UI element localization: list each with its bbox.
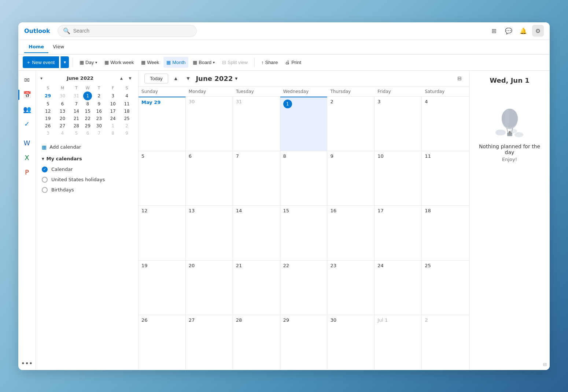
excel-icon[interactable]: X	[21, 151, 34, 164]
powerpoint-icon[interactable]: P	[21, 166, 34, 179]
month-day[interactable]: 21	[233, 261, 280, 315]
month-day[interactable]: May 29	[139, 97, 186, 151]
mini-cal-day[interactable]: 29	[40, 92, 55, 100]
mini-cal-day[interactable]: 2	[92, 92, 106, 100]
more-icon[interactable]: •••	[21, 357, 34, 370]
month-day[interactable]: 31	[233, 97, 280, 151]
month-day[interactable]: 22	[280, 261, 328, 315]
mini-cal-day[interactable]: 19	[40, 115, 55, 122]
mini-cal-day[interactable]: 27	[55, 122, 69, 130]
settings-icon[interactable]: ⚙	[532, 25, 544, 37]
search-input[interactable]	[73, 28, 191, 34]
today-button[interactable]: Today	[144, 74, 168, 83]
mini-cal-day[interactable]: 14	[69, 108, 83, 115]
mini-cal-day[interactable]: 9	[120, 130, 134, 137]
calendar-item-holidays[interactable]: United States holidays	[40, 175, 134, 185]
month-day[interactable]: 2	[422, 315, 469, 370]
board-button[interactable]: ▦ Board ▾	[190, 57, 218, 68]
mini-cal-day[interactable]: 6	[83, 130, 92, 137]
mini-cal-day[interactable]: 22	[83, 115, 92, 122]
share-button[interactable]: ↑ Share	[258, 57, 281, 68]
mini-cal-day[interactable]: 16	[92, 108, 106, 115]
todo-icon[interactable]: ✓	[21, 117, 34, 131]
month-day[interactable]: 3	[375, 97, 422, 151]
month-day[interactable]: 16	[327, 206, 375, 260]
mini-cal-day[interactable]: 7	[69, 100, 83, 108]
mini-cal-prev[interactable]: ▲	[118, 75, 125, 82]
new-event-button[interactable]: + New event	[23, 56, 59, 68]
mini-cal-day[interactable]: 20	[55, 115, 69, 122]
mini-cal-day[interactable]: 25	[120, 115, 134, 122]
month-day[interactable]: Jul 1	[375, 315, 422, 370]
collapse-panel-icon[interactable]: ⊟	[456, 74, 463, 83]
mini-cal-day[interactable]: 10	[106, 100, 120, 108]
mini-cal-day[interactable]: 8	[83, 100, 92, 108]
add-calendar-button[interactable]: ▦ Add calendar	[40, 141, 134, 153]
month-day[interactable]: 10	[375, 151, 422, 205]
mini-cal-day[interactable]: 1	[106, 122, 120, 130]
month-day[interactable]: 18	[422, 206, 469, 260]
month-day[interactable]: 29	[280, 315, 328, 370]
month-day[interactable]: 8	[280, 151, 328, 205]
calendar-item-calendar[interactable]: Calendar	[40, 164, 134, 175]
word-icon[interactable]: W	[21, 137, 34, 150]
mini-cal-day[interactable]: 9	[92, 100, 106, 108]
month-day[interactable]: 9	[327, 151, 375, 205]
mini-cal-collapse[interactable]: ▾	[40, 76, 43, 81]
mini-cal-day[interactable]: 5	[69, 130, 83, 137]
print-button[interactable]: 🖨 Print	[282, 57, 304, 68]
mini-cal-day[interactable]: 23	[92, 115, 106, 122]
mini-cal-day[interactable]: 30	[55, 92, 69, 100]
month-day[interactable]: 11	[422, 151, 469, 205]
month-day[interactable]: 17	[375, 206, 422, 260]
month-day[interactable]: 13	[186, 206, 233, 260]
mini-cal-day[interactable]: 13	[55, 108, 69, 115]
mini-cal-day[interactable]: 26	[40, 122, 55, 130]
day-button[interactable]: ▦ Day ▾	[77, 57, 100, 68]
mini-cal-day[interactable]: 12	[40, 108, 55, 115]
mini-cal-day[interactable]: 8	[106, 130, 120, 137]
month-day[interactable]: 19	[139, 261, 186, 315]
month-day[interactable]: 27	[186, 315, 233, 370]
month-day[interactable]: 2	[327, 97, 375, 151]
mini-cal-day[interactable]: 1	[83, 92, 92, 100]
work-week-button[interactable]: ▦ Work week	[102, 57, 137, 68]
bell-icon[interactable]: 🔔	[517, 25, 529, 37]
month-day[interactable]: 7	[233, 151, 280, 205]
mini-cal-day[interactable]: 2	[120, 122, 134, 130]
month-day[interactable]: 24	[375, 261, 422, 315]
month-button[interactable]: ▦ Month	[163, 57, 188, 68]
month-day[interactable]: 1	[280, 97, 328, 151]
mini-cal-day[interactable]: 7	[92, 130, 106, 137]
mini-cal-day[interactable]: 28	[69, 122, 83, 130]
mini-cal-day[interactable]: 30	[92, 122, 106, 130]
mini-cal-day[interactable]: 5	[40, 100, 55, 108]
month-title[interactable]: June 2022 ▾	[196, 75, 237, 82]
calendar-checkbox-holidays[interactable]	[42, 177, 48, 183]
mini-cal-day[interactable]: 21	[69, 115, 83, 122]
mini-cal-day[interactable]: 4	[55, 130, 69, 137]
calendar-item-birthdays[interactable]: Birthdays	[40, 185, 134, 195]
month-day[interactable]: 14	[233, 206, 280, 260]
mini-cal-day[interactable]: 17	[106, 108, 120, 115]
month-day[interactable]: 5	[139, 151, 186, 205]
month-day[interactable]: 30	[186, 97, 233, 151]
calendar-icon[interactable]: 📅	[21, 88, 34, 101]
chat-icon[interactable]: 💬	[503, 25, 514, 37]
week-button[interactable]: ▦ Week	[138, 57, 162, 68]
grid-icon[interactable]: ⊞	[488, 25, 500, 37]
mail-icon[interactable]: ✉	[21, 74, 34, 87]
month-day[interactable]: 28	[233, 315, 280, 370]
new-event-dropdown[interactable]: ▾	[60, 56, 69, 68]
my-calendars-header[interactable]: ▾ My calendars	[40, 153, 134, 164]
mini-cal-day[interactable]: 4	[120, 92, 134, 100]
mini-cal-day[interactable]: 31	[69, 92, 83, 100]
month-day[interactable]: 12	[139, 206, 186, 260]
tab-home[interactable]: Home	[24, 41, 48, 53]
mini-cal-day[interactable]: 6	[55, 100, 69, 108]
next-month-button[interactable]: ▼	[184, 74, 193, 83]
month-day[interactable]: 23	[327, 261, 375, 315]
search-bar[interactable]: 🔍	[58, 25, 197, 37]
month-day[interactable]: 6	[186, 151, 233, 205]
mini-cal-next[interactable]: ▼	[126, 75, 134, 82]
